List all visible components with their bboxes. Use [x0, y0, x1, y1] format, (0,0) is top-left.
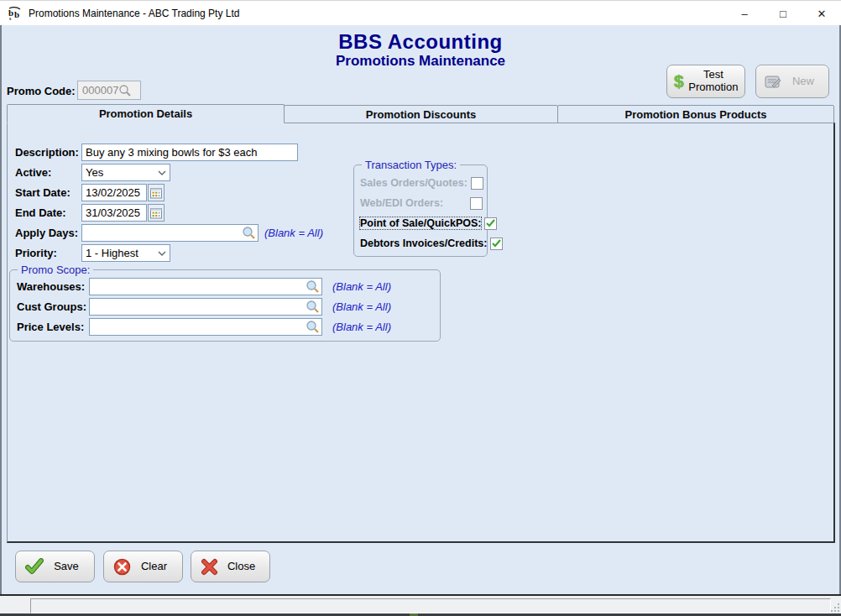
- web-edi-checkbox[interactable]: [470, 197, 483, 210]
- maximize-icon[interactable]: □: [764, 1, 802, 26]
- close-button[interactable]: Close: [191, 551, 270, 582]
- promo-scope-group: Promo Scope: Warehouses: (Blank = All) C…: [9, 269, 441, 342]
- description-input[interactable]: [82, 146, 297, 159]
- active-dropdown[interactable]: Yes: [81, 164, 170, 181]
- dollar-icon: $: [674, 71, 684, 91]
- priority-value: 1 - Highest: [82, 247, 154, 259]
- promo-scope-legend: Promo Scope:: [18, 264, 93, 276]
- new-button[interactable]: New: [755, 65, 829, 98]
- warehouses-input[interactable]: [90, 280, 306, 293]
- new-label: New: [783, 76, 823, 88]
- new-note-icon: [765, 74, 783, 90]
- debtors-checkbox[interactable]: [490, 238, 503, 250]
- start-date-input[interactable]: [82, 186, 146, 199]
- app-title: BBS Accounting: [0, 30, 841, 54]
- status-bar: [0, 594, 841, 613]
- minimize-icon[interactable]: –: [725, 1, 764, 26]
- start-date-calendar-icon[interactable]: [148, 184, 165, 201]
- save-label: Save: [44, 561, 89, 573]
- active-value: Yes: [82, 166, 154, 179]
- price-levels-field[interactable]: [89, 318, 322, 336]
- apply-days-field[interactable]: [81, 224, 259, 242]
- test-promotion-label: Test Promotion: [686, 69, 741, 94]
- price-levels-input[interactable]: [90, 321, 306, 333]
- active-label: Active:: [15, 166, 51, 179]
- pos-checkbox[interactable]: [484, 217, 497, 230]
- promo-code-input[interactable]: [78, 84, 118, 97]
- debtors-label: Debtors Invoices/Credits:: [360, 238, 487, 249]
- chevron-down-icon: [154, 170, 170, 175]
- save-check-icon: [25, 558, 44, 575]
- start-date-field[interactable]: [81, 184, 147, 201]
- apply-days-search-icon[interactable]: [242, 226, 256, 240]
- close-icon[interactable]: ✕: [802, 1, 841, 26]
- price-levels-search-icon[interactable]: [306, 320, 320, 334]
- end-date-label: End Date:: [15, 206, 66, 219]
- tab-promotion-details[interactable]: Promotion Details: [7, 104, 285, 123]
- warehouses-field[interactable]: [89, 278, 322, 295]
- cust-groups-search-icon[interactable]: [306, 300, 320, 314]
- warehouses-hint: (Blank = All): [332, 280, 391, 293]
- cust-groups-input[interactable]: [90, 300, 306, 313]
- sales-orders-label: Sales Orders/Quotes:: [360, 177, 468, 189]
- chevron-down-icon: [154, 251, 170, 256]
- svg-text:b: b: [14, 9, 19, 19]
- clear-button[interactable]: Clear: [103, 551, 183, 582]
- web-edi-label: Web/EDI Orders:: [360, 197, 467, 209]
- clear-label: Clear: [131, 561, 177, 573]
- tab-promotion-bonus-products[interactable]: Promotion Bonus Products: [557, 105, 834, 123]
- warehouses-search-icon[interactable]: [306, 279, 320, 294]
- end-date-calendar-icon[interactable]: [148, 204, 165, 222]
- check-icon: [492, 239, 501, 248]
- transaction-types-legend: Transaction Types:: [362, 159, 460, 171]
- sales-orders-checkbox[interactable]: [471, 177, 483, 190]
- warehouses-label: Warehouses:: [17, 280, 85, 293]
- apply-days-hint: (Blank = All): [264, 227, 323, 239]
- window-border-left: [0, 25, 2, 613]
- apply-days-label: Apply Days:: [15, 227, 78, 239]
- cust-groups-label: Cust Groups:: [17, 300, 86, 313]
- transaction-types-group: Transaction Types: Sales Orders/Quotes: …: [353, 164, 488, 257]
- pos-label: Point of Sale/QuickPOS:: [360, 217, 481, 229]
- promotions-maintenance-window: b b s Promotions Maintenance - ABC Tradi…: [0, 0, 841, 616]
- bbs-app-icon: b b s: [8, 6, 23, 21]
- promo-code-label: Promo Code:: [7, 85, 76, 97]
- tab-bar: Promotion Details Promotion Discounts Pr…: [7, 104, 835, 123]
- tab-promotion-discounts[interactable]: Promotion Discounts: [284, 105, 558, 123]
- title-bar: b b s Promotions Maintenance - ABC Tradi…: [0, 0, 841, 25]
- check-icon: [486, 219, 495, 227]
- promo-code-field[interactable]: [77, 81, 141, 100]
- end-date-field[interactable]: [81, 204, 147, 222]
- close-label: Close: [218, 561, 264, 573]
- price-levels-label: Price Levels:: [17, 321, 84, 333]
- status-message-area: [30, 598, 831, 613]
- cust-groups-hint: (Blank = All): [332, 300, 391, 313]
- clear-circle-x-icon: [113, 558, 131, 576]
- test-promotion-button[interactable]: $ Test Promotion: [666, 65, 745, 98]
- promotion-details-panel: Description: Active: Yes Start Date: End…: [7, 123, 835, 543]
- description-label: Description:: [15, 146, 79, 159]
- promo-search-icon[interactable]: [118, 84, 132, 97]
- resize-grip[interactable]: [829, 602, 839, 612]
- cust-groups-field[interactable]: [89, 298, 322, 316]
- price-levels-hint: (Blank = All): [332, 321, 391, 333]
- start-date-label: Start Date:: [15, 186, 71, 199]
- save-button[interactable]: Save: [15, 551, 95, 582]
- apply-days-input[interactable]: [82, 227, 242, 239]
- end-date-input[interactable]: [82, 206, 146, 219]
- description-field[interactable]: [81, 144, 298, 161]
- priority-label: Priority:: [15, 247, 57, 259]
- priority-dropdown[interactable]: 1 - Highest: [81, 244, 170, 262]
- close-x-icon: [201, 558, 218, 576]
- window-title: Promotions Maintenance - ABC Trading Pty…: [29, 8, 239, 19]
